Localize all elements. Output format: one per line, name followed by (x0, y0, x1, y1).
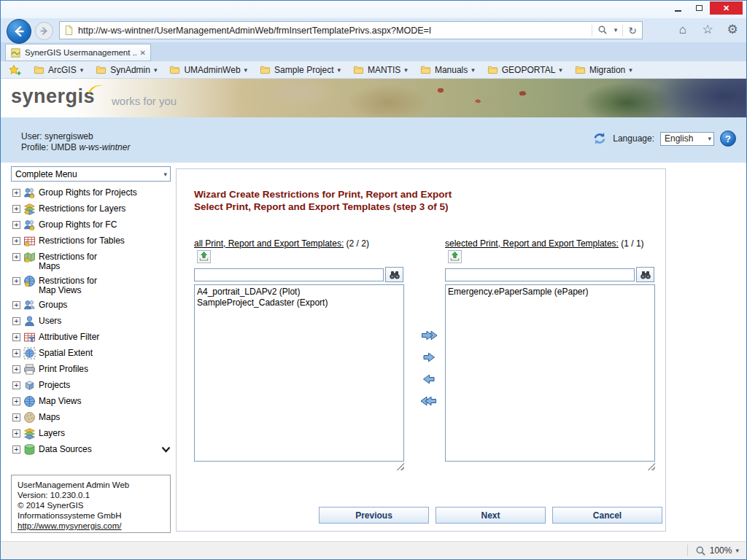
selected-templates-find-button[interactable] (636, 267, 654, 282)
restrictions-for-maps-icon (23, 251, 36, 263)
tree-item-attributive-filter[interactable]: + Attributive Filter (11, 329, 171, 345)
favorite-item-arcgis[interactable]: ArcGIS▾ (34, 64, 83, 75)
expand-icon[interactable]: + (12, 301, 20, 309)
reload-page-button[interactable] (592, 131, 607, 146)
maximize-button[interactable] (689, 1, 709, 15)
next-button[interactable]: Next (436, 507, 546, 524)
move-all-right-button[interactable] (420, 330, 438, 341)
favorite-item-migration[interactable]: Migration▾ (575, 64, 632, 75)
favorite-item-umadminweb[interactable]: UMAdminWeb▾ (169, 64, 247, 75)
expand-icon[interactable]: + (12, 253, 20, 261)
close-icon: ✕ (723, 4, 729, 13)
all-list-reload-button[interactable] (197, 250, 211, 263)
refresh-button[interactable]: ↻ (627, 26, 638, 36)
list-item[interactable]: A4_portrait_LDAPv2 (Plot) (197, 287, 401, 298)
expand-icon[interactable]: + (12, 221, 20, 229)
favorite-item-manuals[interactable]: Manuals▾ (420, 64, 475, 75)
maximize-icon (696, 5, 703, 11)
expand-icon[interactable]: + (12, 413, 20, 421)
all-templates-find-button[interactable] (385, 267, 403, 282)
resize-handle[interactable] (396, 462, 404, 470)
expand-icon[interactable]: + (12, 277, 20, 285)
expand-icon[interactable]: + (12, 237, 20, 245)
list-item[interactable]: Emergency.ePaperSample (ePaper) (448, 287, 652, 298)
favorite-item-mantis[interactable]: MANTIS▾ (353, 64, 408, 75)
home-button[interactable]: ⌂ (675, 21, 691, 39)
expand-icon[interactable]: + (12, 429, 20, 438)
favorite-item-geoportal[interactable]: GEOPORTAL▾ (487, 64, 562, 75)
tree-item-map-views[interactable]: + Map Views (11, 393, 171, 409)
expand-icon[interactable]: + (12, 349, 20, 357)
tree-item-projects[interactable]: + Projects (11, 377, 171, 393)
zoom-control[interactable]: 100% ▾ (695, 545, 739, 556)
about-line: Version: 10.230.0.1 (18, 490, 164, 500)
close-button[interactable]: ✕ (710, 1, 743, 15)
selected-templates-listbox[interactable]: Emergency.ePaperSample (ePaper) (445, 284, 655, 462)
address-dropdown-button[interactable]: ▾ (613, 27, 619, 34)
expand-icon[interactable]: + (12, 397, 20, 405)
address-input[interactable]: http://w-ws-wintner/UserManagementAdminW… (78, 26, 588, 36)
selected-templates-filter-input[interactable] (445, 268, 635, 281)
expand-icon[interactable]: + (12, 205, 20, 213)
map-views-icon (23, 395, 36, 408)
tree-scroll-down-button[interactable] (161, 444, 171, 455)
profile-host: w-ws-wintner (79, 142, 130, 152)
tree-item-layers[interactable]: + Layers (11, 425, 171, 441)
tree-item-users[interactable]: + Users (11, 313, 171, 329)
tree-item-spatial-extent[interactable]: + Spatial Extent (11, 345, 171, 361)
expand-icon[interactable]: + (12, 446, 20, 454)
tree-item-groups[interactable]: + Groups (11, 297, 171, 313)
favorites-button[interactable]: ☆ (700, 21, 716, 39)
cancel-button[interactable]: Cancel (552, 507, 662, 524)
selected-templates-count: (1 / 1) (621, 238, 643, 249)
folder-icon (575, 64, 586, 75)
expand-icon[interactable]: + (12, 189, 20, 197)
add-favorite-button[interactable] (8, 64, 21, 76)
search-button[interactable] (596, 25, 609, 36)
tree-item-print-profiles[interactable]: + Print Profiles (11, 361, 171, 377)
resize-handle[interactable] (647, 462, 655, 470)
tree-item-group-rights-for-fc[interactable]: + Group Rights for FC (11, 217, 171, 233)
expand-icon[interactable]: + (12, 365, 20, 373)
language-select[interactable]: English▾ (660, 132, 714, 146)
chevron-down-icon (161, 446, 171, 453)
menu-mode-select[interactable]: Complete Menu ▾ (11, 166, 171, 182)
tab-close-button[interactable]: ✕ (140, 49, 146, 57)
upload-icon (449, 251, 460, 262)
about-box: UserManagement Admin Web Version: 10.230… (11, 475, 171, 533)
all-templates-listbox[interactable]: A4_portrait_LDAPv2 (Plot) SampleProject_… (194, 284, 404, 462)
browser-tab[interactable]: SynerGIS Usermanagement ... ✕ (5, 44, 151, 61)
move-right-button[interactable] (422, 351, 436, 363)
all-templates-filter-input[interactable] (194, 268, 384, 281)
tree-item-restrictions-for-map-views[interactable]: + Restrictions for Map Views (11, 273, 171, 297)
favorite-item-synadmin[interactable]: SynAdmin▾ (96, 64, 157, 75)
zoom-icon (695, 545, 706, 556)
selected-list-reload-button[interactable] (448, 250, 462, 263)
synergis-link[interactable]: http://www.mysynergis.com/ (18, 521, 164, 531)
minimize-icon (675, 10, 681, 12)
tree-item-restrictions-for-maps[interactable]: + Restrictions for Maps (11, 249, 171, 273)
tree-item-restrictions-for-tables[interactable]: + Restrictions for Tables (11, 233, 171, 249)
settings-button[interactable]: ⚙ (724, 21, 740, 39)
expand-icon[interactable]: + (12, 333, 20, 341)
tree-item-group-rights-for-projects[interactable]: + Group Rights for Projects (11, 184, 171, 201)
move-left-button[interactable] (422, 373, 436, 385)
previous-button[interactable]: Previous (319, 507, 429, 524)
tree-item-maps[interactable]: + Maps (11, 409, 171, 425)
tree-item-restrictions-for-layers[interactable]: + Restrictions for Layers (11, 201, 171, 217)
expand-icon[interactable]: + (12, 317, 20, 325)
folder-icon (420, 64, 431, 75)
move-all-left-button[interactable] (420, 395, 438, 407)
address-bar[interactable]: http://w-ws-wintner/UserManagementAdminW… (59, 21, 643, 39)
divider (687, 545, 688, 556)
tree-item-data-sources[interactable]: + Data Sources (11, 441, 171, 457)
minimize-button[interactable] (667, 1, 688, 15)
list-item[interactable]: SampleProject_Cadaster (Export) (197, 298, 401, 308)
back-button[interactable] (7, 19, 31, 44)
upload-icon (198, 251, 209, 262)
forward-button[interactable] (35, 22, 53, 40)
chevron-down-icon: ▾ (337, 66, 341, 74)
favorite-item-sample-project[interactable]: Sample Project▾ (260, 64, 341, 75)
expand-icon[interactable]: + (12, 381, 20, 389)
help-button[interactable]: ? (720, 131, 736, 147)
